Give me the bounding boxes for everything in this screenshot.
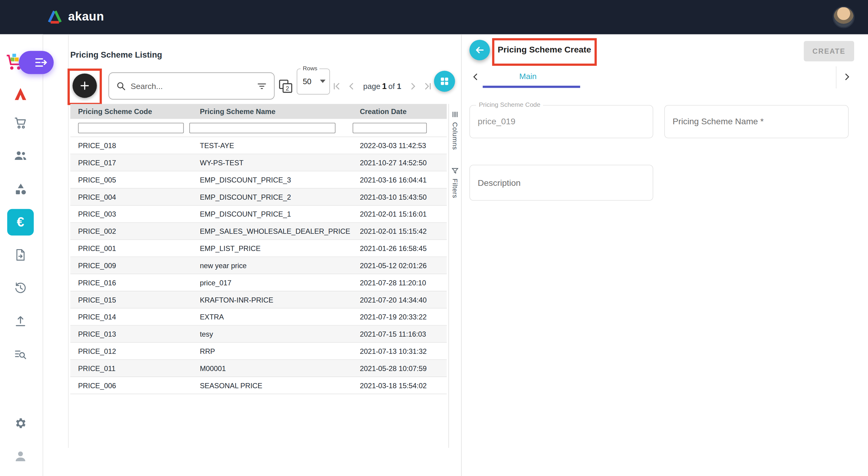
back-button[interactable]	[469, 40, 490, 60]
sidebar-item-pricing-active[interactable]: €	[7, 209, 34, 236]
cell-code: PRICE_014	[70, 313, 196, 321]
table-row[interactable]: PRICE_004EMP_DISCOUNT_PRICE_22021-03-10 …	[70, 189, 447, 206]
cell-date: 2021-02-01 15:15:42	[354, 227, 447, 235]
filter-list-icon[interactable]	[256, 80, 268, 92]
first-page-button[interactable]	[331, 80, 342, 92]
cell-name: M00001	[196, 364, 354, 372]
header-code[interactable]: Pricing Scheme Code	[70, 107, 196, 115]
tab-main[interactable]: Main	[519, 72, 537, 80]
cell-name: RRP	[196, 347, 354, 355]
table-row[interactable]: PRICE_018TEST-AYE2022-03-03 11:42:53	[70, 137, 447, 155]
sidebar-item-red-app[interactable]	[7, 81, 34, 107]
pages-layers-icon[interactable]: 2	[277, 78, 294, 94]
description-field	[469, 165, 653, 201]
prev-page-button[interactable]	[346, 80, 357, 92]
cell-name: new year price	[196, 261, 354, 269]
drawer-toggle-icon	[34, 55, 48, 70]
tab-active-indicator	[483, 86, 580, 88]
cell-code: PRICE_013	[70, 330, 196, 338]
filters-side-tab[interactable]: Filters	[449, 167, 461, 199]
pricing-scheme-name-input[interactable]	[673, 106, 843, 138]
sidebar-expand-button[interactable]	[19, 51, 54, 74]
pricing-scheme-code-field: Pricing Scheme Code	[469, 105, 653, 138]
header-name[interactable]: Pricing Scheme Name	[196, 107, 354, 115]
table-row[interactable]: PRICE_013tesy2021-07-15 11:16:03	[70, 326, 447, 343]
cell-date: 2021-01-26 16:58:45	[354, 244, 447, 252]
sidebar-item-search-list[interactable]	[7, 341, 34, 368]
sidebar-item-contacts[interactable]	[7, 142, 34, 169]
rows-per-page-select[interactable]: Rows 50	[297, 68, 330, 94]
cell-code: PRICE_001	[70, 244, 196, 252]
table-row[interactable]: PRICE_011M000012021-05-28 10:07:59	[70, 360, 447, 377]
user-avatar[interactable]	[833, 6, 855, 28]
cell-code: PRICE_005	[70, 176, 196, 184]
table-row[interactable]: PRICE_002EMP_SALES_WHOLESALE_DEALER_PRIC…	[70, 223, 447, 240]
cell-name: EXTRA	[196, 313, 354, 321]
columns-side-tab[interactable]: Columns	[449, 111, 461, 150]
cell-name: EMP_LIST_PRICE	[196, 244, 354, 252]
back-arrow-icon	[474, 44, 485, 56]
last-page-button[interactable]	[422, 80, 433, 92]
cell-name: KRAFTON-INR-PRICE	[196, 296, 354, 304]
table-row[interactable]: PRICE_009new year price2021-05-12 02:01:…	[70, 257, 447, 274]
grip-icon	[451, 111, 459, 118]
tabs-scroll-right-button[interactable]	[841, 71, 852, 82]
brand-logo[interactable]: akaun	[46, 9, 104, 24]
panel-divider	[461, 34, 462, 476]
next-page-button[interactable]	[407, 80, 418, 92]
table-row[interactable]: PRICE_003EMP_DISCOUNT_PRICE_12021-02-01 …	[70, 206, 447, 223]
table-row[interactable]: PRICE_012RRP2021-07-13 10:31:32	[70, 343, 447, 360]
cell-date: 2021-03-16 16:04:41	[354, 176, 447, 184]
sidebar-item-history[interactable]	[7, 275, 34, 301]
table-row[interactable]: PRICE_006SEASONAL PRICE2021-03-18 15:54:…	[70, 377, 447, 394]
cell-name: SEASONAL PRICE	[196, 381, 354, 389]
table-row[interactable]: PRICE_001EMP_LIST_PRICE2021-01-26 16:58:…	[70, 240, 447, 257]
tabs-scroll-left-button[interactable]	[470, 71, 481, 82]
euro-icon: €	[17, 214, 24, 230]
sidebar-item-documents[interactable]	[7, 242, 34, 268]
grid-view-button[interactable]	[434, 71, 455, 92]
svg-text:2: 2	[286, 85, 289, 92]
header-date[interactable]: Creation Date	[354, 107, 447, 115]
column-filter-code-input[interactable]	[78, 123, 184, 133]
description-input[interactable]	[478, 165, 647, 200]
table-row[interactable]: PRICE_014EXTRA2021-07-19 20:33:22	[70, 309, 447, 326]
rows-label: Rows	[301, 65, 319, 71]
sidebar-item-account[interactable]	[7, 443, 34, 469]
brand-name: akaun	[68, 9, 104, 24]
cell-code: PRICE_009	[70, 261, 196, 269]
upload-icon	[14, 315, 27, 328]
search-list-icon	[14, 348, 27, 361]
cell-code: PRICE_002	[70, 227, 196, 235]
table-row[interactable]: PRICE_017WY-PS-TEST2021-10-27 14:52:50	[70, 154, 447, 171]
cell-code: PRICE_017	[70, 158, 196, 167]
category-icon	[13, 182, 28, 196]
cell-date: 2021-07-19 20:33:22	[354, 313, 447, 321]
table-header-row: Pricing Scheme Code Pricing Scheme Name …	[70, 104, 447, 119]
table-row[interactable]: PRICE_015KRAFTON-INR-PRICE2021-07-20 14:…	[70, 292, 447, 309]
cell-date: 2021-07-20 14:34:40	[354, 296, 447, 304]
cell-date: 2021-07-13 10:31:32	[354, 347, 447, 355]
column-filter-date-input[interactable]	[353, 123, 427, 133]
sidebar-item-sales[interactable]	[7, 109, 34, 136]
sidebar-item-category[interactable]	[7, 176, 34, 202]
table-filter-row	[70, 119, 447, 137]
pricing-scheme-code-input[interactable]	[478, 106, 647, 138]
cell-date: 2021-07-15 11:16:03	[354, 330, 447, 338]
column-filter-name-input[interactable]	[189, 123, 336, 133]
tabbar-divider	[836, 66, 837, 89]
table-row[interactable]: PRICE_016price_0172021-07-28 11:20:10	[70, 274, 447, 292]
search-input[interactable]	[131, 81, 252, 90]
cell-code: PRICE_006	[70, 381, 196, 389]
cell-date: 2022-03-03 11:42:53	[354, 141, 447, 149]
cell-code: PRICE_015	[70, 296, 196, 304]
table-body: PRICE_018TEST-AYE2022-03-03 11:42:53PRIC…	[70, 137, 447, 394]
cell-name: WY-PS-TEST	[196, 158, 354, 167]
sidebar-item-settings[interactable]	[7, 410, 34, 436]
history-icon	[14, 281, 27, 295]
cell-date: 2021-05-12 02:01:26	[354, 261, 447, 269]
create-button[interactable]: CREATE	[804, 41, 854, 62]
rows-value: 50	[303, 77, 312, 86]
sidebar-item-upload[interactable]	[7, 308, 34, 335]
table-row[interactable]: PRICE_005EMP_DISCOUNT_PRICE_32021-03-16 …	[70, 171, 447, 189]
